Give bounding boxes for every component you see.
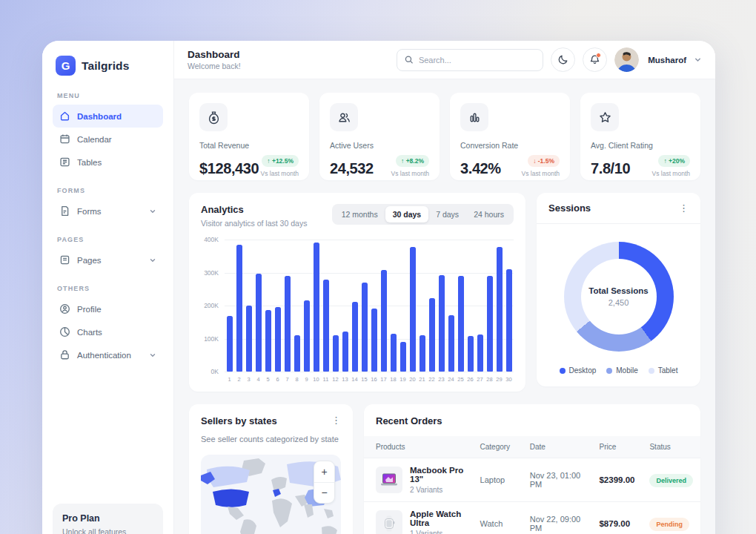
brand-logo-icon: G bbox=[56, 56, 76, 76]
bar-day-14[interactable] bbox=[352, 302, 358, 372]
bar-day-12[interactable] bbox=[333, 335, 339, 372]
bar-day-23[interactable] bbox=[439, 275, 445, 372]
brand-name: Tailgrids bbox=[82, 59, 129, 73]
sidebar-item-charts[interactable]: Charts bbox=[53, 320, 163, 343]
donut-center-value: 2,450 bbox=[609, 298, 629, 307]
sidebar-item-calendar[interactable]: Calendar bbox=[53, 128, 163, 151]
page-title: Dashboard bbox=[188, 49, 241, 60]
main-area: Dashboard Welcome back! Musharof bbox=[174, 41, 715, 534]
sessions-title: Sessions bbox=[548, 202, 591, 214]
column-header-category: Category bbox=[473, 436, 523, 458]
tab-30-days[interactable]: 30 days bbox=[385, 206, 429, 222]
dark-mode-toggle[interactable] bbox=[551, 47, 575, 72]
analytics-range-tabs: 12 months 30 days 7 days 24 hours bbox=[332, 204, 514, 225]
bar-day-29[interactable] bbox=[497, 247, 503, 372]
bar-day-7[interactable] bbox=[285, 276, 291, 372]
legend-item-tablet: Tablet bbox=[649, 366, 678, 375]
bar-day-27[interactable] bbox=[477, 334, 483, 372]
bar-day-19[interactable] bbox=[400, 342, 406, 372]
sidebar-section-others: OTHERS bbox=[57, 285, 159, 292]
stat-card-total-revenue: Total Revenue $128,430 ↑ +12.5% Vs last … bbox=[189, 93, 309, 180]
bar-day-16[interactable] bbox=[371, 309, 377, 372]
kebab-menu-icon[interactable]: ⋮ bbox=[331, 415, 341, 425]
search-icon bbox=[405, 55, 414, 65]
bar-day-26[interactable] bbox=[468, 336, 474, 372]
sidebar-item-label: Pages bbox=[77, 256, 102, 265]
sidebar-item-forms[interactable]: Forms bbox=[53, 200, 163, 222]
world-map[interactable]: + − bbox=[201, 455, 341, 534]
bar-day-22[interactable] bbox=[429, 298, 435, 372]
bar-day-6[interactable] bbox=[275, 307, 281, 372]
chevron-down-icon bbox=[149, 257, 156, 264]
notifications-button[interactable] bbox=[583, 47, 607, 72]
pro-plan-title: Pro Plan bbox=[62, 513, 153, 524]
bar-day-8[interactable] bbox=[294, 335, 300, 372]
stats-row: Total Revenue $128,430 ↑ +12.5% Vs last … bbox=[189, 93, 700, 180]
tab-24-hours[interactable]: 24 hours bbox=[466, 206, 511, 222]
sidebar-item-profile[interactable]: Profile bbox=[53, 297, 163, 320]
legend-dot bbox=[560, 368, 566, 374]
product-name: Apple Watch Ultra bbox=[410, 510, 465, 527]
page-subtitle: Welcome back! bbox=[188, 62, 241, 70]
user-avatar[interactable] bbox=[614, 47, 639, 72]
table-row[interactable]: Apple Watch Ultra 1 Variants Watch Nov 2… bbox=[364, 502, 700, 534]
stat-compare: Vs last month bbox=[652, 170, 691, 177]
bar-day-25[interactable] bbox=[458, 276, 464, 372]
search-input[interactable] bbox=[419, 56, 535, 65]
kebab-menu-icon[interactable]: ⋮ bbox=[679, 203, 689, 213]
money-bag-icon bbox=[207, 111, 221, 125]
star-icon bbox=[598, 111, 612, 125]
stat-value: 24,532 bbox=[330, 160, 374, 177]
bar-day-17[interactable] bbox=[381, 270, 387, 372]
stat-card-conversion-rate: Conversion Rate 3.42% ↓ -1.5% Vs last mo… bbox=[450, 93, 570, 180]
analytics-subtitle: Visitor analytics of last 30 days bbox=[201, 219, 307, 228]
sellers-title: Sellers by states bbox=[201, 415, 277, 426]
bar-day-30[interactable] bbox=[506, 269, 512, 372]
bar-day-21[interactable] bbox=[420, 335, 425, 372]
brand[interactable]: G Tailgrids bbox=[53, 54, 163, 79]
dashboard-content: Total Revenue $128,430 ↑ +12.5% Vs last … bbox=[174, 79, 715, 534]
bar-day-20[interactable] bbox=[410, 247, 416, 372]
bar-day-10[interactable] bbox=[314, 243, 319, 372]
chevron-down-icon bbox=[149, 352, 156, 359]
tab-12-months[interactable]: 12 months bbox=[334, 206, 385, 222]
stat-label: Active Users bbox=[330, 141, 429, 150]
orders-table: Products Category Date Price Status bbox=[364, 436, 700, 534]
bar-day-3[interactable] bbox=[246, 306, 252, 372]
stat-compare: Vs last month bbox=[522, 170, 560, 177]
app-window: G Tailgrids MENU Dashboard Calendar Tabl… bbox=[42, 41, 715, 534]
bar-day-13[interactable] bbox=[342, 332, 348, 372]
sidebar-item-pages[interactable]: Pages bbox=[53, 248, 163, 271]
sidebar-item-dashboard[interactable]: Dashboard bbox=[53, 105, 163, 128]
bar-day-15[interactable] bbox=[362, 283, 368, 372]
bar-day-9[interactable] bbox=[304, 300, 310, 372]
order-date: Nov 22, 09:00 PM bbox=[523, 502, 592, 534]
bar-day-18[interactable] bbox=[391, 334, 397, 372]
sidebar-item-label: Dashboard bbox=[77, 112, 122, 121]
sidebar-item-label: Profile bbox=[77, 305, 102, 314]
lock-icon bbox=[59, 349, 70, 360]
analytics-title: Analytics bbox=[201, 204, 307, 215]
map-zoom-out-button[interactable]: − bbox=[314, 482, 334, 503]
bar-day-5[interactable] bbox=[265, 310, 271, 372]
bar-day-2[interactable] bbox=[236, 245, 242, 372]
status-badge: Pending bbox=[649, 518, 689, 531]
sidebar-item-tables[interactable]: Tables bbox=[53, 151, 163, 174]
stat-label: Total Revenue bbox=[199, 141, 299, 150]
bar-day-28[interactable] bbox=[487, 276, 493, 372]
product-thumbnail-laptop bbox=[376, 467, 402, 493]
chevron-down-icon[interactable] bbox=[694, 56, 702, 64]
sidebar-item-authentication[interactable]: Authentication bbox=[53, 343, 163, 366]
bar-day-1[interactable] bbox=[227, 316, 233, 372]
stat-compare: Vs last month bbox=[391, 170, 430, 177]
map-zoom-in-button[interactable]: + bbox=[314, 461, 334, 482]
stat-delta-badge: ↑ +20% bbox=[658, 155, 690, 167]
bar-day-24[interactable] bbox=[448, 315, 454, 372]
stat-value: 7.8/10 bbox=[591, 160, 630, 177]
tab-7-days[interactable]: 7 days bbox=[428, 206, 466, 222]
stat-delta-badge: ↓ -1.5% bbox=[528, 155, 560, 167]
bar-day-11[interactable] bbox=[323, 280, 329, 372]
pro-plan-card[interactable]: Pro Plan Unlock all features bbox=[53, 504, 163, 534]
table-row[interactable]: Macbook Pro 13" 2 Variants Laptop Nov 23… bbox=[364, 458, 700, 502]
bar-day-4[interactable] bbox=[256, 274, 262, 372]
